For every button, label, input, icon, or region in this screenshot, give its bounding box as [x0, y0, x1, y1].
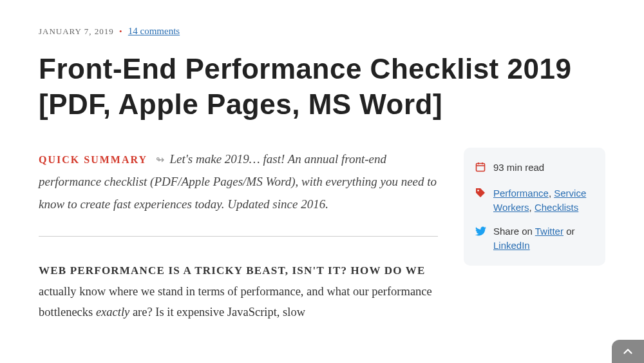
read-time-row: 93 min read: [475, 161, 594, 176]
body-part-2: are? Is it expensive JavaScript, slow: [129, 306, 305, 319]
drop-lead: Web performance is a tricky beast, isn't…: [39, 264, 426, 277]
twitter-icon: [475, 226, 487, 240]
read-time-text: 93 min read: [493, 161, 544, 175]
share-prefix: Share on: [493, 226, 535, 237]
share-twitter-link[interactable]: Twitter: [535, 226, 564, 237]
article-sidebar: 93 min read Performance, Service Workers…: [464, 148, 605, 266]
tag-icon: [475, 188, 487, 202]
share-linkedin-link[interactable]: LinkedIn: [493, 240, 530, 251]
share-or: or: [564, 226, 575, 237]
tags-row: Performance, Service Workers, Checklists: [475, 186, 594, 215]
calendar-icon: [475, 162, 487, 176]
publish-date: January 7, 2019: [39, 26, 114, 36]
tag-performance[interactable]: Performance: [493, 188, 549, 199]
arrow-icon: ↬: [156, 154, 164, 165]
tag-checklists[interactable]: Checklists: [535, 202, 578, 213]
summary-label: Quick Summary: [39, 154, 147, 165]
article-body: Web performance is a tricky beast, isn't…: [39, 260, 438, 322]
article-meta: January 7, 2019 • 14 comments: [39, 26, 605, 37]
tag-sep: ,: [549, 188, 554, 199]
scroll-to-top-button[interactable]: [612, 340, 644, 363]
main-column: Quick Summary ↬ Let's make 2019… fast! A…: [39, 148, 438, 323]
svg-point-4: [477, 190, 479, 191]
article-title: Front-End Performance Checklist 2019 [PD…: [39, 51, 605, 122]
share-row: Share on Twitter or LinkedIn: [475, 224, 594, 253]
quick-summary: Quick Summary ↬ Let's make 2019… fast! A…: [39, 148, 438, 215]
chevron-up-icon: [621, 344, 635, 358]
share-text: Share on Twitter or LinkedIn: [493, 224, 594, 253]
tag-sep: ,: [529, 202, 535, 213]
comments-link[interactable]: 14 comments: [128, 26, 180, 36]
section-divider: [39, 236, 438, 237]
body-em: exactly: [96, 306, 129, 319]
svg-rect-0: [477, 164, 485, 172]
tags-list: Performance, Service Workers, Checklists: [493, 186, 594, 215]
bullet-separator: •: [119, 26, 123, 36]
